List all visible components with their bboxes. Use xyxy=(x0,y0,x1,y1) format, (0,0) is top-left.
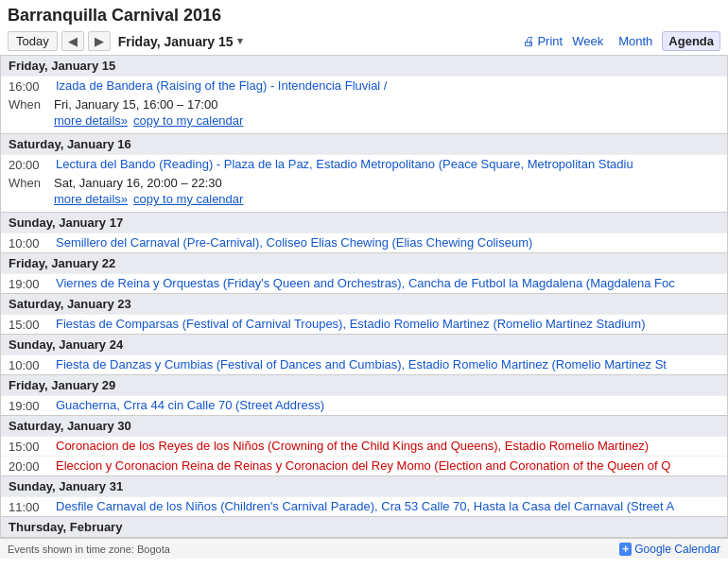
event-time: 15:00 xyxy=(9,439,56,454)
event-time: 10:00 xyxy=(9,235,56,250)
day-header: Friday, January 29 xyxy=(1,374,727,395)
day-header: Saturday, January 16 xyxy=(1,133,727,154)
gc-label: Google Calendar xyxy=(634,543,720,556)
event-time: 20:00 xyxy=(9,458,56,474)
event-links-row: more details»copy to my calendar xyxy=(54,113,719,128)
day-header: Sunday, January 31 xyxy=(1,475,727,496)
event-row: 20:00Eleccion y Coronacion Reina de Rein… xyxy=(1,456,727,475)
when-value: Fri, January 15, 16:00 – 17:00 xyxy=(54,97,217,112)
event-when-row: WhenFri, January 15, 16:00 – 17:00 xyxy=(9,97,719,112)
day-header: Friday, January 22 xyxy=(1,252,727,273)
event-row: 19:00Viernes de Reina y Orquestas (Frida… xyxy=(1,273,727,293)
agenda-view-button[interactable]: Agenda xyxy=(662,31,720,51)
week-view-button[interactable]: Week xyxy=(566,32,609,50)
prev-button[interactable]: ◀ xyxy=(61,31,84,51)
day-header: Friday, January 15 xyxy=(1,55,727,76)
event-row: 15:00Fiestas de Comparsas (Festival of C… xyxy=(1,314,727,334)
event-title[interactable]: Coronacion de los Reyes de los Niños (Cr… xyxy=(56,439,649,453)
today-button[interactable]: Today xyxy=(8,31,58,51)
event-row: 19:00Guacherna, Crra 44 cin Calle 70 (St… xyxy=(1,395,727,415)
event-time: 16:00 xyxy=(9,78,56,94)
event-time: 19:00 xyxy=(9,276,56,291)
event-when-row: WhenSat, January 16, 20:00 – 22:30 xyxy=(9,176,719,190)
print-button[interactable]: Print xyxy=(523,34,563,48)
event-title[interactable]: Desfile Carnaval de los Niños (Children'… xyxy=(56,499,674,513)
copy-to-calendar-link[interactable]: copy to my calendar xyxy=(133,192,243,206)
event-row: 10:00Fiesta de Danzas y Cumbias (Festiva… xyxy=(1,354,727,374)
month-view-button[interactable]: Month xyxy=(613,32,658,50)
event-title[interactable]: Viernes de Reina y Orquestas (Friday's Q… xyxy=(56,276,675,290)
event-title[interactable]: Fiesta de Danzas y Cumbias (Festival of … xyxy=(56,357,667,371)
event-detail-block: WhenFri, January 15, 16:00 – 17:00more d… xyxy=(1,95,727,133)
day-header: Saturday, January 30 xyxy=(1,415,727,436)
gc-plus-icon: + xyxy=(619,543,632,556)
event-row: 16:00Izada de Bandera (Raising of the Fl… xyxy=(1,76,727,95)
event-detail-block: WhenSat, January 16, 20:00 – 22:30more d… xyxy=(1,174,727,212)
event-time: 15:00 xyxy=(9,317,56,332)
google-calendar-badge[interactable]: + Google Calendar xyxy=(619,543,720,556)
more-details-link[interactable]: more details» xyxy=(54,192,128,206)
when-value: Sat, January 16, 20:00 – 22:30 xyxy=(54,176,222,190)
event-title[interactable]: Semillero del Carnaval (Pre-Carnival), C… xyxy=(56,235,532,250)
day-header: Thursday, February xyxy=(1,516,727,537)
day-header: Sunday, January 17 xyxy=(1,212,727,233)
current-date: Friday, January 15 ▾ xyxy=(118,34,243,49)
event-row: 10:00Semillero del Carnaval (Pre-Carniva… xyxy=(1,233,727,252)
when-label: When xyxy=(9,176,46,190)
event-row: 15:00Coronacion de los Reyes de los Niño… xyxy=(1,436,727,456)
event-time: 19:00 xyxy=(9,398,56,413)
copy-to-calendar-link[interactable]: copy to my calendar xyxy=(133,113,243,128)
event-time: 10:00 xyxy=(9,357,56,372)
next-button[interactable]: ▶ xyxy=(88,31,111,51)
date-dropdown-arrow[interactable]: ▾ xyxy=(237,35,243,47)
footer: Events shown in time zone: Bogota + Goog… xyxy=(0,538,728,559)
day-header: Saturday, January 23 xyxy=(1,293,727,314)
event-title[interactable]: Eleccion y Coronacion Reina de Reinas y … xyxy=(56,458,670,473)
when-label: When xyxy=(9,97,46,112)
event-row: 20:00Lectura del Bando (Reading) - Plaza… xyxy=(1,154,727,174)
event-title[interactable]: Izada de Bandera (Raising of the Flag) -… xyxy=(56,78,387,93)
calendar-body: Friday, January 1516:00Izada de Bandera … xyxy=(0,55,728,538)
page-title: Barranquilla Carnival 2016 xyxy=(8,6,720,26)
event-title[interactable]: Guacherna, Crra 44 cin Calle 70 (Street … xyxy=(56,398,324,412)
event-links-row: more details»copy to my calendar xyxy=(54,192,719,206)
event-time: 20:00 xyxy=(9,157,56,172)
day-header: Sunday, January 24 xyxy=(1,334,727,354)
event-title[interactable]: Fiestas de Comparsas (Festival of Carniv… xyxy=(56,317,646,331)
more-details-link[interactable]: more details» xyxy=(54,113,128,128)
event-time: 11:00 xyxy=(9,499,56,514)
timezone-label: Events shown in time zone: Bogota xyxy=(8,544,170,555)
printer-icon xyxy=(523,34,535,48)
event-title[interactable]: Lectura del Bando (Reading) - Plaza de l… xyxy=(56,157,633,171)
event-row: 11:00Desfile Carnaval de los Niños (Chil… xyxy=(1,496,727,516)
